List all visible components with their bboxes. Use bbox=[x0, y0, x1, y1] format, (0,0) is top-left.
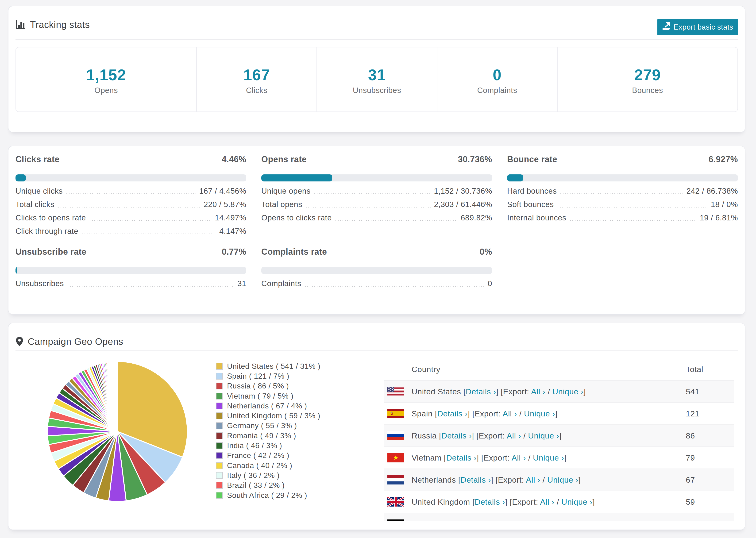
dotted-leader bbox=[67, 193, 196, 194]
rate-block: Opens rate 30.736% Unique opens 1,152 / … bbox=[261, 153, 492, 245]
summary-stat-label: Clicks bbox=[246, 85, 267, 96]
rate-rows: Complaints 0 bbox=[261, 277, 492, 290]
legend-item: United Kingdom ( 59 / 3% ) bbox=[216, 411, 320, 421]
rate-stat-value: 0 bbox=[488, 279, 492, 288]
export-all-link[interactable]: All › bbox=[512, 453, 526, 462]
details-link[interactable]: Details › bbox=[466, 387, 496, 396]
country-column-header: Country bbox=[411, 358, 686, 381]
summary-stat-cell: 0 Complaints bbox=[437, 47, 557, 112]
rate-stat-label: Unsubscribes bbox=[16, 279, 64, 288]
rate-stat-row: Unique opens 1,152 / 30.736% bbox=[261, 184, 492, 198]
export-all-link[interactable]: All › bbox=[540, 497, 554, 506]
legend-swatch bbox=[216, 482, 223, 489]
export-all-link[interactable]: All › bbox=[503, 409, 517, 418]
tracking-stats-title: Tracking stats bbox=[16, 20, 90, 30]
total-cell: 541 bbox=[686, 381, 734, 403]
dotted-leader bbox=[68, 286, 234, 287]
rate-title: Opens rate bbox=[261, 153, 307, 166]
dotted-leader bbox=[306, 207, 431, 207]
slash: / bbox=[532, 519, 534, 521]
country-flag-cell bbox=[384, 403, 411, 425]
export-unique-link[interactable]: Unique › bbox=[561, 497, 593, 506]
rates-card: Clicks rate 4.46% Unique clicks 167 / 4.… bbox=[8, 146, 745, 314]
rate-rows: Hard bounces 242 / 86.738% Soft bounces … bbox=[507, 184, 738, 224]
dotted-leader bbox=[305, 286, 484, 287]
flag-es-icon bbox=[387, 409, 404, 418]
legend-item: France ( 42 / 2% ) bbox=[216, 451, 320, 460]
summary-stat-value: 167 bbox=[243, 66, 270, 84]
bracket: [ bbox=[448, 519, 450, 521]
country-flag-cell bbox=[384, 381, 411, 403]
dotted-leader bbox=[58, 207, 200, 207]
summary-stats-box: 1,152 Opens 167 Clicks 31 Unsubscribes 0… bbox=[16, 47, 738, 112]
total-cell: 121 bbox=[686, 403, 734, 425]
country-cell: Vietnam [Details ›] [Export: All › / Uni… bbox=[411, 447, 686, 469]
export-unique-link[interactable]: Unique › bbox=[553, 387, 584, 396]
dotted-leader bbox=[82, 234, 216, 234]
rate-stat-row: Unique clicks 167 / 4.456% bbox=[16, 184, 246, 198]
export-prefix: Export: bbox=[512, 497, 538, 506]
total-cell: 86 bbox=[686, 425, 734, 447]
legend-swatch bbox=[216, 422, 223, 429]
rate-stat-row: Click through rate 4.147% bbox=[16, 224, 246, 238]
legend-item: Germany ( 55 / 3% ) bbox=[216, 421, 320, 431]
details-link[interactable]: Details › bbox=[446, 453, 477, 462]
rate-block-header: Complaints rate 0% bbox=[261, 245, 492, 258]
country-name: Vietnam bbox=[411, 453, 442, 462]
rate-progress-bar bbox=[261, 174, 492, 182]
rate-stat-row: Total clicks 220 / 5.87% bbox=[16, 198, 246, 211]
slash: / bbox=[557, 497, 559, 506]
country-name: United States bbox=[411, 387, 461, 396]
export-all-link[interactable]: All › bbox=[507, 431, 521, 440]
rate-stat-value: 18 / 0% bbox=[711, 200, 738, 209]
dotted-leader bbox=[558, 207, 708, 207]
rate-stat-value: 689.82% bbox=[460, 213, 492, 222]
details-link[interactable]: Details › bbox=[460, 475, 491, 484]
dotted-leader bbox=[314, 193, 431, 194]
rate-stat-value: 220 / 5.87% bbox=[203, 200, 246, 209]
legend-item: Brazil ( 33 / 2% ) bbox=[216, 480, 320, 490]
export-unique-link[interactable]: Unique › bbox=[547, 475, 578, 484]
export-all-link[interactable]: All › bbox=[515, 519, 530, 521]
details-link[interactable]: Details › bbox=[437, 409, 467, 418]
details-link[interactable]: Details › bbox=[441, 431, 472, 440]
bracket: ] [ bbox=[477, 453, 484, 462]
flag-column-header bbox=[384, 358, 411, 381]
export-basic-stats-button[interactable]: Export basic stats bbox=[657, 19, 738, 35]
legend-item: Vietnam ( 79 / 5% ) bbox=[216, 391, 320, 401]
dotted-leader bbox=[561, 193, 683, 194]
flag-ru-icon bbox=[387, 431, 404, 440]
country-name: Netherlands bbox=[411, 475, 456, 484]
legend-label: Brazil ( 33 / 2% ) bbox=[227, 481, 285, 490]
rate-stat-label: Opens to clicks rate bbox=[261, 213, 332, 222]
export-all-link[interactable]: All › bbox=[531, 387, 545, 396]
rate-stat-row: Clicks to opens rate 14.497% bbox=[16, 211, 246, 224]
flag-us-icon bbox=[387, 387, 404, 396]
rate-stat-label: Click through rate bbox=[16, 227, 79, 236]
export-unique-link[interactable]: Unique › bbox=[537, 519, 568, 521]
geo-table: Country Total United States [Details ›] … bbox=[384, 358, 734, 521]
export-unique-link[interactable]: Unique › bbox=[528, 431, 559, 440]
bracket: ] [ bbox=[472, 431, 479, 440]
export-all-link[interactable]: All › bbox=[526, 475, 540, 484]
legend-swatch bbox=[216, 462, 223, 469]
rate-stat-row: Hard bounces 242 / 86.738% bbox=[507, 184, 738, 198]
export-unique-link[interactable]: Unique › bbox=[533, 453, 564, 462]
slash: / bbox=[523, 431, 526, 440]
rate-stat-label: Unique opens bbox=[261, 187, 311, 195]
rate-rows: Unique opens 1,152 / 30.736% Total opens… bbox=[261, 184, 492, 224]
dotted-leader bbox=[90, 220, 212, 221]
rate-stat-label: Internal bounces bbox=[507, 213, 566, 222]
bracket: ] bbox=[559, 431, 562, 440]
rate-stat-row: Internal bounces 19 / 6.81% bbox=[507, 211, 738, 224]
export-unique-link[interactable]: Unique › bbox=[524, 409, 555, 418]
details-link[interactable]: Details › bbox=[475, 497, 505, 506]
map-pin-icon bbox=[16, 336, 24, 347]
geo-pie-chart bbox=[46, 360, 188, 502]
geo-table-row: Netherlands [Details ›] [Export: All › /… bbox=[384, 469, 734, 491]
legend-label: Russia ( 86 / 5% ) bbox=[227, 382, 289, 390]
legend-label: Romania ( 49 / 3% ) bbox=[227, 431, 296, 440]
rate-stat-label: Soft bounces bbox=[507, 200, 554, 209]
legend-swatch bbox=[216, 383, 223, 389]
details-link[interactable]: Details › bbox=[450, 519, 480, 521]
